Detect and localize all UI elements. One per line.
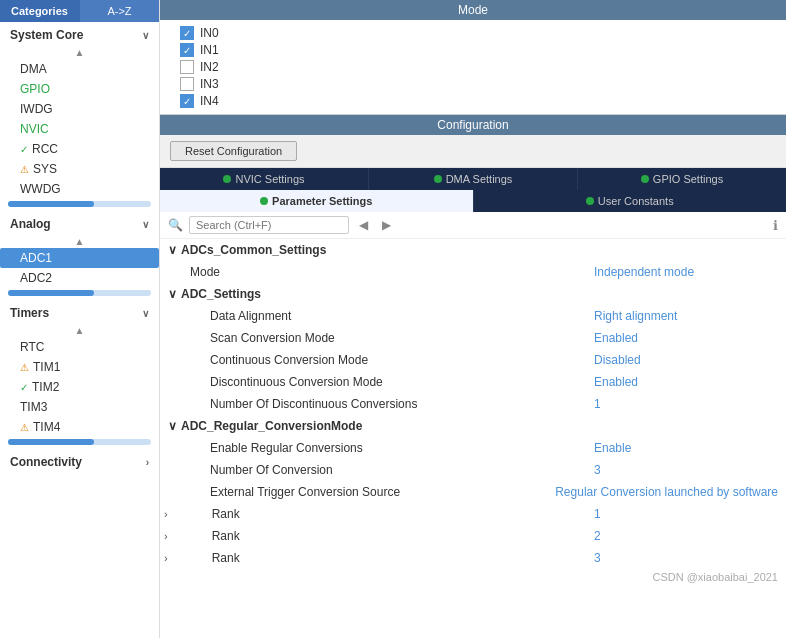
channel-in1[interactable]: ✓ IN1	[180, 43, 766, 57]
group-system-core: System Core ∨ ▲ DMA GPIO IWDG NVIC ✓ RCC…	[0, 22, 159, 207]
sidebar-item-gpio[interactable]: GPIO	[0, 79, 159, 99]
analog-scroll-up[interactable]: ▲	[0, 235, 159, 248]
group-connectivity-header[interactable]: Connectivity ›	[0, 449, 159, 473]
param-num-discont: Number Of Discontinuous Conversions 1	[160, 393, 786, 415]
chevron-down-icon: ∨	[142, 308, 149, 319]
channel-in4[interactable]: ✓ IN4	[180, 94, 766, 108]
rank-2-row[interactable]: › Rank 2	[160, 525, 786, 547]
config-section: Configuration Reset Configuration NVIC S…	[160, 115, 786, 638]
tab-az[interactable]: A->Z	[80, 0, 159, 22]
group-adc-regular-label: ADC_Regular_ConversionMode	[181, 419, 362, 433]
group-adc-common[interactable]: ∨ ADCs_Common_Settings	[160, 239, 786, 261]
param-mode-value[interactable]: Independent mode	[586, 263, 786, 281]
param-enable-regular-value[interactable]: Enable	[586, 439, 786, 457]
group-adc-settings-label: ADC_Settings	[181, 287, 261, 301]
tab-gpio-label: GPIO Settings	[653, 173, 723, 185]
search-input[interactable]	[189, 216, 349, 234]
sidebar-item-adc1[interactable]: ADC1	[0, 248, 159, 268]
sidebar-content: System Core ∨ ▲ DMA GPIO IWDG NVIC ✓ RCC…	[0, 22, 159, 638]
rank-2-value: 2	[586, 527, 786, 545]
group-analog-header[interactable]: Analog ∨	[0, 211, 159, 235]
group-adc-regular[interactable]: ∨ ADC_Regular_ConversionMode	[160, 415, 786, 437]
expand-rank2-icon[interactable]: ›	[160, 530, 172, 542]
chevron-down-icon: ∨	[142, 30, 149, 41]
search-next-icon[interactable]: ▶	[378, 218, 395, 232]
rank-3-row[interactable]: › Rank 3	[160, 547, 786, 569]
reset-configuration-button[interactable]: Reset Configuration	[170, 141, 297, 161]
sidebar-tabs: Categories A->Z	[0, 0, 159, 22]
mode-section: Mode ✓ IN0 ✓ IN1 IN2 IN3	[160, 0, 786, 115]
rank-3-value: 3	[586, 549, 786, 567]
checkbox-in1[interactable]: ✓	[180, 43, 194, 57]
tab-param-dot	[260, 197, 268, 205]
group-system-core-header[interactable]: System Core ∨	[0, 22, 159, 46]
group-analog-label: Analog	[10, 217, 51, 231]
sidebar-item-rcc[interactable]: ✓ RCC	[0, 139, 159, 159]
param-ext-trigger-name: External Trigger Conversion Source	[160, 483, 547, 501]
checkbox-in4[interactable]: ✓	[180, 94, 194, 108]
tab-user-label: User Constants	[598, 195, 674, 207]
param-cont-mode-value[interactable]: Disabled	[586, 351, 786, 369]
param-discont-mode-name: Discontinuous Conversion Mode	[160, 373, 586, 391]
rank-1-row[interactable]: › Rank 1	[160, 503, 786, 525]
check-green-icon: ✓	[20, 144, 28, 155]
sidebar-item-rtc[interactable]: RTC	[0, 337, 159, 357]
info-icon[interactable]: ℹ	[773, 218, 778, 233]
channel-in1-label: IN1	[200, 43, 219, 57]
sidebar-item-dma[interactable]: DMA	[0, 59, 159, 79]
checkbox-in2[interactable]	[180, 60, 194, 74]
timers-scrollbar[interactable]	[8, 439, 151, 445]
tab-gpio-settings[interactable]: GPIO Settings	[578, 168, 786, 190]
checkbox-in3[interactable]	[180, 77, 194, 91]
sidebar-item-tim1[interactable]: ⚠ TIM1	[0, 357, 159, 377]
tab-dma-settings[interactable]: DMA Settings	[369, 168, 578, 190]
sidebar-item-tim4[interactable]: ⚠ TIM4	[0, 417, 159, 437]
channel-in2[interactable]: IN2	[180, 60, 766, 74]
param-data-alignment-value[interactable]: Right alignment	[586, 307, 786, 325]
group-adc-settings[interactable]: ∨ ADC_Settings	[160, 283, 786, 305]
sidebar-item-nvic[interactable]: NVIC	[0, 119, 159, 139]
sidebar-item-tim2[interactable]: ✓ TIM2	[0, 377, 159, 397]
group-adc-common-label: ADCs_Common_Settings	[181, 243, 326, 257]
system-core-scrollbar[interactable]	[8, 201, 151, 207]
warn-orange-icon: ⚠	[20, 164, 29, 175]
rank-1-name: Rank	[172, 505, 586, 523]
tab-dma-dot	[434, 175, 442, 183]
tab-user-constants[interactable]: User Constants	[474, 190, 787, 212]
sidebar: Categories A->Z System Core ∨ ▲ DMA GPIO…	[0, 0, 160, 638]
param-num-conv-value[interactable]: 3	[586, 461, 786, 479]
config-header: Configuration	[160, 115, 786, 135]
chevron-down-icon: ∨	[168, 419, 177, 433]
param-scan-mode: Scan Conversion Mode Enabled	[160, 327, 786, 349]
sidebar-item-iwdg[interactable]: IWDG	[0, 99, 159, 119]
expand-rank1-icon[interactable]: ›	[160, 508, 172, 520]
tab-categories[interactable]: Categories	[0, 0, 80, 22]
sidebar-item-adc2[interactable]: ADC2	[0, 268, 159, 288]
channel-in2-label: IN2	[200, 60, 219, 74]
scroll-up-btn[interactable]: ▲	[0, 46, 159, 59]
channel-in3[interactable]: IN3	[180, 77, 766, 91]
search-icon: 🔍	[168, 218, 183, 232]
checkbox-in0[interactable]: ✓	[180, 26, 194, 40]
search-row: 🔍 ◀ ▶ ℹ	[160, 212, 786, 239]
channel-in0[interactable]: ✓ IN0	[180, 26, 766, 40]
param-num-discont-value[interactable]: 1	[586, 395, 786, 413]
param-num-conv-name: Number Of Conversion	[160, 461, 586, 479]
expand-rank3-icon[interactable]: ›	[160, 552, 172, 564]
param-scan-mode-value[interactable]: Enabled	[586, 329, 786, 347]
mode-header: Mode	[160, 0, 786, 20]
sidebar-item-tim3[interactable]: TIM3	[0, 397, 159, 417]
group-timers-header[interactable]: Timers ∨	[0, 300, 159, 324]
sidebar-item-sys[interactable]: ⚠ SYS	[0, 159, 159, 179]
search-prev-icon[interactable]: ◀	[355, 218, 372, 232]
analog-scrollbar[interactable]	[8, 290, 151, 296]
param-cont-mode-name: Continuous Conversion Mode	[160, 351, 586, 369]
timers-scroll-up[interactable]: ▲	[0, 324, 159, 337]
param-discont-mode: Discontinuous Conversion Mode Enabled	[160, 371, 786, 393]
rank-1-value: 1	[586, 505, 786, 523]
param-discont-mode-value[interactable]: Enabled	[586, 373, 786, 391]
tab-nvic-settings[interactable]: NVIC Settings	[160, 168, 369, 190]
sidebar-item-wwdg[interactable]: WWDG	[0, 179, 159, 199]
tab-param-settings[interactable]: Parameter Settings	[160, 190, 474, 212]
param-ext-trigger-value[interactable]: Regular Conversion launched by software	[547, 483, 786, 501]
